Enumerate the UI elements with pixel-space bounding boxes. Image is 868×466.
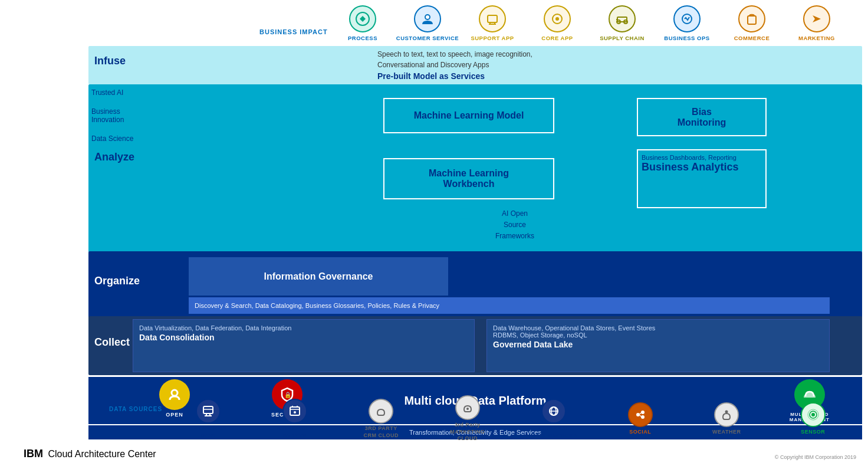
- svg-rect-3: [488, 15, 497, 22]
- collect-label: Collect: [94, 336, 130, 349]
- process-label: PROCESS: [348, 35, 377, 41]
- top-icon-customer-service: CUSTOMER SERVICE: [395, 2, 460, 41]
- top-icon-marketing: MARKETING: [784, 2, 849, 41]
- ai-open-source-text: AI Open Source Frameworks: [495, 208, 534, 242]
- organize-label: Organize: [94, 275, 140, 287]
- marketing-cloud-label: 3rd Party MARKETING CLOUD: [441, 422, 494, 442]
- svg-rect-18: [203, 406, 213, 414]
- biz-analytics-text: Business Analytics: [642, 161, 762, 173]
- infuse-text: Speech to text, text to speech, image re…: [377, 49, 532, 83]
- bottom-icons-row: ENTERPRISE DATA ENTERPRISE EVENTS 3RD PA…: [165, 395, 856, 442]
- ibm-text: IBM: [24, 448, 43, 460]
- data-consolidation-title: Data Consolidation: [139, 333, 468, 342]
- enterprise-data-icon: [196, 399, 221, 424]
- svg-point-38: [811, 413, 815, 416]
- discovery-bar: Discovery & Search, Data Cataloging, Bus…: [189, 297, 830, 314]
- process-icon: [349, 5, 376, 32]
- marketing-cloud-icon: [455, 395, 480, 420]
- core-app-icon: [544, 5, 571, 32]
- svg-line-36: [640, 415, 641, 416]
- bias-monitoring-text: Bias Monitoring: [678, 107, 726, 128]
- ml-model-box: Machine Learning Model: [383, 98, 554, 133]
- cloud-arch-text: Cloud Architecture Center: [48, 449, 156, 459]
- business-impact-label: BUSINESS IMPACT: [259, 28, 328, 35]
- discovery-text: Discovery & Search, Data Cataloging, Bus…: [195, 302, 439, 309]
- gov-lake-title: Governed Data Lake: [493, 340, 823, 349]
- svg-line-35: [640, 413, 641, 414]
- ml-model-text: Machine Learning Model: [414, 110, 524, 121]
- top-icon-process: PROCESS: [330, 2, 395, 41]
- svg-marker-15: [813, 15, 821, 22]
- marketing-cloud-icon-item: 3rd Party MARKETING CLOUD: [441, 395, 494, 442]
- enterprise-data-label: ENTERPRISE DATA: [190, 425, 227, 439]
- enterprise-events-label: ENTERPRISE EVENTS: [276, 425, 313, 439]
- business-innovation-label: Business Innovation: [91, 107, 186, 124]
- supply-chain-label: SUPPLY CHAIN: [600, 35, 645, 41]
- svg-point-2: [426, 15, 429, 19]
- infuse-label: Infuse: [94, 55, 126, 67]
- svg-point-8: [555, 17, 559, 21]
- ml-workbench-box: Machine Learning Workbench: [383, 158, 554, 199]
- top-icon-supply-chain: SUPPLY CHAIN: [590, 2, 655, 41]
- top-icon-business-ops: BUSINESS OPS: [655, 2, 719, 41]
- enterprise-events-icon-item: ENTERPRISE EVENTS: [268, 399, 321, 439]
- copyright-text: © Copyright IBM Corporation 2019: [775, 454, 856, 460]
- main-diagram: Infuse Speech to text, text to speech, i…: [24, 46, 862, 428]
- social-label: SOCIAL: [629, 429, 651, 436]
- crm-cloud-label: 3RD PARTY CRM CLOUD: [364, 425, 399, 439]
- data-warehouse-text: Data Warehouse, Operational Data Stores,…: [493, 324, 823, 332]
- social-icon: [628, 402, 653, 427]
- svg-point-32: [636, 413, 640, 416]
- sensor-icon-item: SENSOR: [787, 402, 840, 436]
- sensor-label: SENSOR: [801, 429, 825, 436]
- external-data-label: EXTERNAL DATA SERVICES: [531, 425, 577, 439]
- info-governance-box: Information Governance: [189, 257, 448, 296]
- trusted-ai-label: Trusted AI: [91, 88, 186, 97]
- commerce-label: COMMERCE: [734, 35, 770, 41]
- top-icon-commerce: COMMERCE: [719, 2, 784, 41]
- svg-point-34: [641, 415, 645, 419]
- top-icon-core-app: CORE APP: [525, 2, 590, 41]
- customer-service-label: CUSTOMER SERVICE: [396, 35, 459, 41]
- crm-cloud-icon-item: 3RD PARTY CRM CLOUD: [354, 399, 407, 439]
- data-consolidation-box: Data Virtualization, Data Federation, Da…: [133, 319, 475, 372]
- bias-monitoring-box: Bias Monitoring: [637, 98, 767, 136]
- top-icon-support-app: SUPPORT APP: [460, 2, 525, 41]
- ibm-footer: IBM Cloud Architecture Center: [24, 448, 156, 460]
- business-ops-icon: [673, 5, 701, 32]
- enterprise-data-icon-item: ENTERPRISE DATA: [182, 399, 235, 439]
- top-icons-row: PROCESS CUSTOMER SERVICE SUPPORT APP COR…: [330, 0, 868, 44]
- ml-workbench-text: Machine Learning Workbench: [429, 168, 509, 189]
- biz-analytics-box: Business Dashboards, Reporting Business …: [637, 149, 767, 208]
- side-labels-box: Trusted AI Business Innovation Data Scie…: [91, 88, 186, 153]
- svg-point-28: [466, 408, 469, 410]
- data-virt-text: Data Virtualization, Data Federation, Da…: [139, 324, 468, 332]
- customer-service-icon: [414, 5, 441, 32]
- data-sources-label: DATA SOURCES: [109, 406, 162, 412]
- enterprise-events-icon: [282, 399, 307, 424]
- svg-point-33: [641, 411, 645, 414]
- supply-chain-icon: [609, 5, 636, 32]
- svg-rect-11: [617, 17, 627, 22]
- info-governance-text: Information Governance: [264, 271, 373, 282]
- weather-icon: [714, 402, 739, 427]
- svg-point-27: [294, 411, 296, 414]
- social-icon-item: SOCIAL: [614, 402, 667, 436]
- marketing-icon: [803, 5, 830, 32]
- prebuilt-label: Pre-built Model as Services: [377, 71, 485, 81]
- external-data-icon: [541, 399, 566, 424]
- governed-data-lake-box: Data Warehouse, Operational Data Stores,…: [486, 319, 830, 372]
- svg-point-37: [725, 410, 728, 413]
- biz-dashboards-text: Business Dashboards, Reporting: [642, 154, 762, 161]
- crm-cloud-icon: [369, 399, 393, 424]
- rdbms-text: RDBMS, Object Storage, noSQL: [493, 332, 823, 339]
- data-science-label: Data Science: [91, 134, 186, 143]
- core-app-label: CORE APP: [541, 35, 573, 41]
- svg-rect-14: [748, 16, 756, 24]
- marketing-label: MARKETING: [798, 35, 835, 41]
- support-app-label: SUPPORT APP: [471, 35, 514, 41]
- weather-icon-item: WEATHER: [700, 402, 753, 436]
- business-ops-label: BUSINESS OPS: [664, 35, 709, 41]
- commerce-icon: [738, 5, 765, 32]
- external-data-icon-item: EXTERNAL DATA SERVICES: [527, 399, 580, 439]
